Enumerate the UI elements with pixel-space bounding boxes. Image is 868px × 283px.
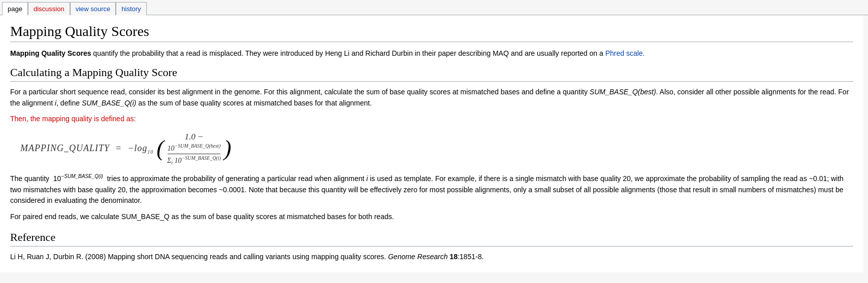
reference-text: Li H, Ruan J, Durbin R. (2008) Mapping s… bbox=[10, 252, 853, 262]
tab-viewsource[interactable]: view source bbox=[70, 2, 116, 15]
fraction-denominator: Σi 10−SUM_BASE_Q(i) bbox=[167, 154, 221, 165]
formula-fraction: 10−SUM_BASE_Q(best) Σi 10−SUM_BASE_Q(i) bbox=[167, 143, 221, 165]
section1-para2: The quantity 10−SUM_BASE_Q(i) tries to a… bbox=[10, 172, 853, 206]
mapping-def-text: Then, the mapping quality is defined as: bbox=[10, 114, 853, 125]
formula-left-paren: ( bbox=[156, 137, 164, 160]
intro-text: quantify the probability that a read is … bbox=[91, 49, 605, 57]
tab-page[interactable]: page bbox=[2, 2, 28, 15]
fraction-numerator: 10−SUM_BASE_Q(best) bbox=[168, 143, 221, 154]
tab-discussion[interactable]: discussion bbox=[28, 2, 70, 15]
formula-inner: 1.0 − 10−SUM_BASE_Q(best) Σi 10−SUM_BASE… bbox=[167, 132, 221, 165]
page-content: Mapping Quality Scores Mapping Quality S… bbox=[0, 15, 863, 272]
section1-title: Calculating a Mapping Quality Score bbox=[10, 66, 853, 82]
tab-history[interactable]: history bbox=[116, 2, 146, 15]
formula-lhs: MAPPING_QUALITY = −log10 bbox=[20, 143, 153, 155]
page-title: Mapping Quality Scores bbox=[10, 23, 853, 42]
tabs-bar: page discussion view source history bbox=[0, 0, 868, 15]
phred-link[interactable]: Phred scale. bbox=[605, 49, 645, 57]
intro-paragraph: Mapping Quality Scores quantify the prob… bbox=[10, 48, 853, 59]
formula-one-minus: 1.0 − bbox=[184, 132, 203, 142]
formula-block: MAPPING_QUALITY = −log10 ( 1.0 − 10−SUM_… bbox=[20, 132, 853, 165]
section2-title: Reference bbox=[10, 231, 853, 246]
section1-para1: For a particular short sequence read, co… bbox=[10, 87, 853, 109]
intro-bold: Mapping Quality Scores bbox=[10, 49, 91, 57]
formula-right-paren: ) bbox=[224, 137, 232, 160]
section1-para3: For paired end reads, we calculate SUM_B… bbox=[10, 211, 853, 223]
reference-section: Reference Li H, Ruan J, Durbin R. (2008)… bbox=[10, 231, 853, 262]
